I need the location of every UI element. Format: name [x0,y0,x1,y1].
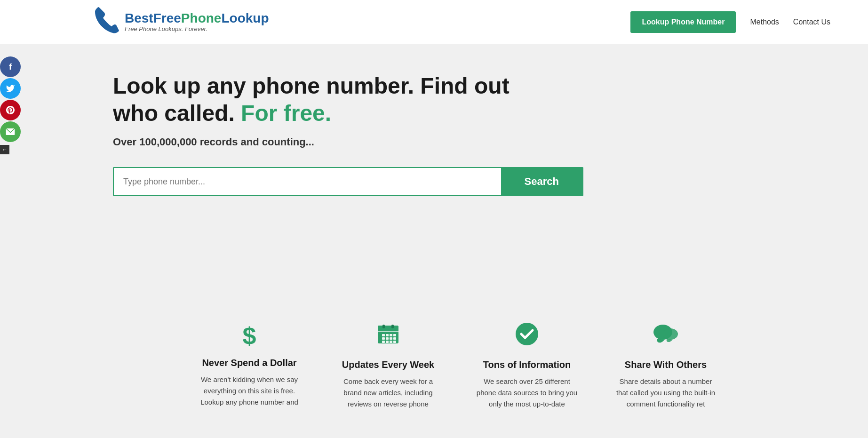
svg-rect-2 [378,326,398,331]
logo-free-text: Free [153,11,181,25]
svg-rect-15 [393,334,396,336]
feature-title-updates: Updates Every Week [342,359,434,370]
dollar-icon: $ [243,322,256,350]
calendar-icon [376,322,400,352]
social-sidebar: f ← [0,56,21,154]
sidebar-toggle-arrow[interactable]: ← [0,145,9,154]
site-header: BestFreePhoneLookup Free Phone Lookups. … [0,0,868,44]
hero-subtext: Over 100,000,000 records and counting... [113,136,830,148]
email-share-button[interactable] [0,121,21,142]
lookup-phone-button[interactable]: Lookup Phone Number [630,11,736,33]
svg-rect-6 [382,334,385,336]
feature-card-updates: Updates Every Week Come back every week … [328,317,448,414]
features-section: $ Never Spend a Dollar We aren't kidding… [0,289,868,438]
svg-point-18 [516,323,538,345]
contact-us-link[interactable]: Contact Us [793,18,830,26]
svg-point-20 [663,328,678,340]
logo: BestFreePhoneLookup Free Phone Lookups. … [94,5,269,39]
phone-search-input[interactable] [114,168,501,195]
chat-icon [653,322,679,352]
methods-link[interactable]: Methods [750,18,779,26]
logo-text: BestFreePhoneLookup Free Phone Lookups. … [125,11,269,33]
features-grid: $ Never Spend a Dollar We aren't kidding… [105,298,764,438]
feature-title-tons-info: Tons of Information [483,359,571,370]
phone-logo-icon [94,5,120,39]
feature-desc-never-spend: We aren't kidding when we say everything… [199,374,300,408]
svg-rect-8 [382,341,385,343]
svg-rect-7 [382,337,385,340]
feature-desc-updates: Come back every week for a brand new art… [338,376,439,410]
svg-rect-10 [386,337,389,340]
feature-title-share-others: Share With Others [625,359,707,370]
search-bar: Search [113,167,583,196]
feature-card-never-spend: $ Never Spend a Dollar We aren't kidding… [190,317,310,414]
svg-rect-16 [393,337,396,340]
logo-tagline: Free Phone Lookups. Forever. [125,25,269,32]
search-button[interactable]: Search [501,168,582,195]
feature-desc-share-others: Share details about a number that called… [615,376,717,410]
logo-phone-text: Phone [181,11,222,25]
main-nav: Lookup Phone Number Methods Contact Us [630,11,830,33]
svg-rect-4 [382,325,385,328]
svg-rect-5 [391,325,394,328]
facebook-share-button[interactable]: f [0,56,21,77]
svg-rect-12 [390,334,392,336]
svg-rect-13 [390,337,392,340]
svg-rect-9 [386,334,389,336]
check-icon [515,322,539,352]
feature-card-tons-info: Tons of Information We search over 25 di… [467,317,587,414]
twitter-share-button[interactable] [0,78,21,99]
hero-free-text: For free. [241,101,331,126]
hero-headline: Look up any phone number. Find out who c… [113,72,536,127]
feature-desc-tons-info: We search over 25 different phone data s… [477,376,578,410]
logo-lookup-text: Lookup [221,11,269,25]
svg-rect-17 [393,341,396,343]
feature-title-never-spend: Never Spend a Dollar [202,358,296,368]
svg-rect-14 [390,341,392,343]
feature-card-share-others: Share With Others Share details about a … [606,317,726,414]
hero-section: Look up any phone number. Find out who c… [0,44,868,289]
logo-best: Best [125,11,153,25]
svg-rect-11 [386,341,389,343]
pinterest-share-button[interactable] [0,100,21,120]
